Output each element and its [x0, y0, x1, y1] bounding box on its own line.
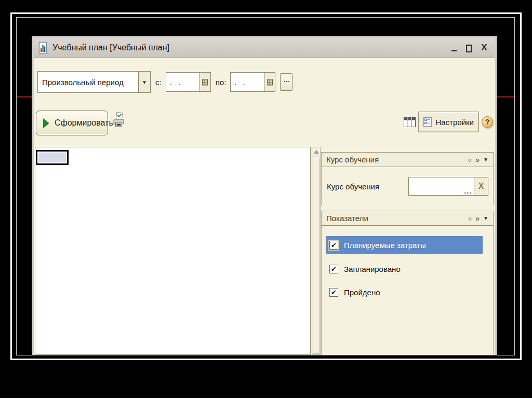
- course-field-label: Курс обучения: [327, 182, 379, 191]
- date-to-label: по:: [216, 78, 227, 87]
- panel-spacer: [321, 147, 494, 152]
- settings-toolbar: Настройки ?: [404, 112, 493, 132]
- report-area[interactable]: [35, 147, 311, 355]
- table-icon[interactable]: [404, 117, 416, 127]
- collapse-right-icon[interactable]: »: [475, 214, 480, 223]
- period-dropdown-button[interactable]: ▼: [138, 72, 150, 92]
- help-icon[interactable]: ?: [482, 116, 493, 128]
- date-from-value: . .: [166, 73, 200, 91]
- maximize-icon: [466, 45, 472, 52]
- collapse-right-icon[interactable]: »: [475, 156, 480, 164]
- period-combobox[interactable]: Произвольный период ▼: [37, 71, 151, 93]
- window-title: Учебный план [Учебный план]: [52, 43, 169, 52]
- chevron-down-icon: ▼: [142, 79, 147, 85]
- close-button[interactable]: X: [480, 43, 488, 52]
- indicator-row-planned-costs[interactable]: ✔ Планируемые затраты: [326, 236, 483, 254]
- window-body: Произвольный период ▼ с: . .: [34, 58, 495, 355]
- collapse-down-icon[interactable]: ▼: [483, 157, 488, 162]
- settings-button-label: Настройки: [435, 118, 474, 127]
- course-field-group: ... X: [408, 177, 488, 196]
- settings-form-icon: [423, 117, 432, 127]
- indicator-label: Запланировано: [344, 265, 401, 273]
- indicator-label: Пройдено: [344, 288, 380, 297]
- indicators-section-title: Показатели: [326, 214, 368, 223]
- minimize-button[interactable]: [450, 43, 458, 52]
- date-from-calendar-button[interactable]: [200, 73, 210, 91]
- collapse-left-icon[interactable]: «: [468, 214, 472, 223]
- triangle-up-icon: [314, 150, 319, 154]
- period-filter-bar: Произвольный период ▼ с: . .: [37, 71, 292, 93]
- course-section-title: Курс обучения: [326, 155, 379, 164]
- scroll-up-button[interactable]: [312, 147, 320, 156]
- panel-spacer: [321, 205, 494, 211]
- report-icon: [38, 42, 48, 54]
- checkbox-checked-icon[interactable]: ✔: [329, 241, 338, 250]
- selected-cell[interactable]: [36, 150, 69, 165]
- maximize-button[interactable]: [465, 43, 473, 52]
- scrollbar-thumb[interactable]: [313, 158, 320, 354]
- period-combobox-value: Произвольный период: [38, 72, 138, 92]
- calendar-icon: [202, 79, 208, 86]
- action-toolbar: Сформировать: [34, 111, 495, 135]
- indicator-label: Планируемые затраты: [344, 241, 426, 250]
- calendar-icon: [267, 79, 273, 86]
- date-from-label: с:: [155, 78, 162, 87]
- indicator-row-completed[interactable]: ✔ Пройдено: [326, 283, 483, 301]
- checkbox-checked-icon[interactable]: ✔: [329, 265, 338, 273]
- print-icon[interactable]: [112, 112, 126, 130]
- collapse-down-icon[interactable]: ▼: [483, 215, 488, 221]
- checkbox-checked-icon[interactable]: ✔: [329, 288, 338, 297]
- window-titlebar: Учебный план [Учебный план] X: [34, 38, 495, 58]
- app-window: Учебный план [Учебный план] X Произвольн…: [32, 36, 497, 355]
- slide-background: Учебный план [Учебный план] X Произвольн…: [0, 0, 532, 398]
- choose-button[interactable]: ...: [464, 187, 472, 195]
- date-from-field[interactable]: . .: [166, 72, 211, 92]
- collapse-left-icon[interactable]: «: [468, 156, 472, 164]
- course-input[interactable]: ...: [408, 177, 474, 196]
- generate-button-label: Сформировать: [55, 118, 113, 128]
- window-controls: X: [450, 43, 490, 52]
- clear-button[interactable]: X: [474, 177, 488, 196]
- indicator-row-scheduled[interactable]: ✔ Запланировано: [326, 260, 483, 278]
- indicators-section-body: ✔ Планируемые затраты ✔ Запланировано ✔ …: [321, 226, 494, 355]
- date-to-field[interactable]: . .: [230, 72, 275, 92]
- settings-panel: Курс обучения « » ▼ Курс обучения ...: [321, 147, 494, 355]
- indicators-section-header[interactable]: Показатели « » ▼: [321, 211, 494, 226]
- course-section-header[interactable]: Курс обучения « » ▼: [321, 152, 494, 167]
- course-section-body: Курс обучения ... X: [321, 167, 494, 205]
- generate-button[interactable]: Сформировать: [36, 111, 108, 135]
- date-to-calendar-button[interactable]: [264, 73, 275, 91]
- minimize-icon: [451, 50, 457, 51]
- indicators-header-controls: « » ▼: [468, 214, 489, 223]
- settings-button[interactable]: Настройки: [418, 112, 479, 132]
- course-header-controls: « » ▼: [468, 156, 489, 164]
- date-to-value: . .: [231, 73, 264, 91]
- play-icon: [43, 118, 49, 128]
- vertical-scrollbar[interactable]: [312, 147, 321, 355]
- period-more-button[interactable]: ...: [280, 73, 292, 91]
